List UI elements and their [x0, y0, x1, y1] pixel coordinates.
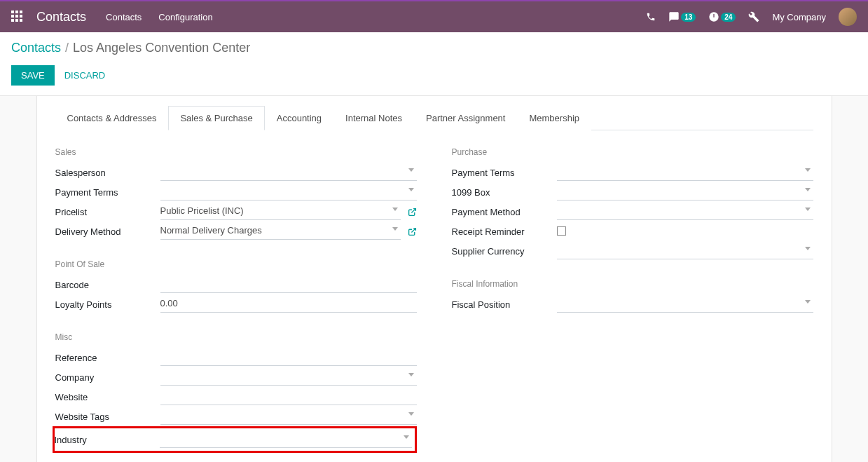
discard-button[interactable]: DISCARD	[64, 70, 106, 81]
field-reference[interactable]	[160, 349, 417, 366]
label-1099-box: 1099 Box	[452, 187, 557, 198]
label-salesperson: Salesperson	[55, 168, 160, 178]
tab-membership[interactable]: Membership	[517, 106, 591, 130]
tabs: Contacts & Addresses Sales & Purchase Ac…	[55, 106, 813, 130]
field-receipt-reminder[interactable]	[557, 223, 813, 240]
tab-accounting[interactable]: Accounting	[265, 106, 333, 130]
section-fiscal: Fiscal Information Fiscal Position	[452, 279, 813, 314]
label-delivery-method: Delivery Method	[55, 226, 160, 237]
section-sales: Sales Salesperson Payment Terms Pricelis…	[55, 147, 417, 241]
tab-sales-purchase[interactable]: Sales & Purchase	[168, 106, 264, 130]
menu-configuration[interactable]: Configuration	[158, 12, 212, 22]
debug-icon[interactable]	[748, 11, 759, 22]
tab-partner-assignment[interactable]: Partner Assignment	[414, 106, 517, 130]
chevron-down-icon	[408, 188, 414, 191]
section-title-fiscal: Fiscal Information	[452, 279, 813, 289]
breadcrumb-current: Los Angeles Convention Center	[73, 41, 250, 55]
field-company[interactable]	[160, 369, 417, 386]
label-pricelist: Pricelist	[55, 207, 160, 217]
field-industry[interactable]	[160, 431, 412, 448]
section-title-purchase: Purchase	[452, 147, 813, 157]
field-salesperson[interactable]	[160, 164, 417, 181]
messages-badge: 13	[681, 13, 696, 22]
breadcrumb: Contacts / Los Angeles Convention Center	[11, 41, 857, 55]
label-supplier-currency: Supplier Currency	[452, 246, 557, 257]
menu-contacts[interactable]: Contacts	[106, 12, 142, 22]
section-title-misc: Misc	[55, 332, 417, 342]
external-link-icon[interactable]	[408, 227, 417, 236]
user-avatar[interactable]	[839, 8, 857, 26]
label-reference: Reference	[55, 353, 160, 363]
field-barcode[interactable]	[160, 276, 417, 293]
section-title-pos: Point Of Sale	[55, 259, 417, 269]
checkbox-receipt-reminder[interactable]	[557, 226, 566, 236]
app-brand[interactable]: Contacts	[36, 10, 86, 25]
company-name[interactable]: My Company	[772, 12, 826, 22]
external-link-icon[interactable]	[408, 208, 417, 217]
label-payment-terms: Payment Terms	[55, 187, 160, 198]
field-pricelist[interactable]: Public Pricelist (INC)	[160, 203, 401, 220]
label-website-tags: Website Tags	[55, 412, 160, 422]
tab-contacts-addresses[interactable]: Contacts & Addresses	[55, 106, 169, 130]
section-pos: Point Of Sale Barcode Loyalty Points 0.0…	[55, 259, 417, 314]
chevron-down-icon	[805, 188, 811, 191]
messages-icon[interactable]: 13	[668, 11, 696, 22]
chevron-down-icon	[408, 373, 414, 376]
highlight-industry: Industry	[53, 426, 417, 453]
chevron-down-icon	[404, 435, 409, 439]
label-receipt-reminder: Receipt Reminder	[452, 226, 557, 237]
chevron-down-icon	[805, 247, 811, 250]
label-industry: Industry	[55, 435, 160, 445]
label-company: Company	[55, 372, 160, 383]
chevron-down-icon	[805, 300, 811, 304]
field-loyalty-points[interactable]: 0.00	[160, 296, 417, 313]
breadcrumb-root[interactable]: Contacts	[11, 41, 61, 55]
activities-badge: 24	[721, 13, 736, 22]
field-1099-box[interactable]	[557, 184, 813, 201]
chevron-down-icon	[805, 168, 811, 172]
form-sheet: Contacts & Addresses Sales & Purchase Ac…	[36, 96, 832, 462]
field-website-tags[interactable]	[160, 408, 417, 425]
field-website[interactable]	[160, 388, 417, 405]
chevron-down-icon	[408, 168, 414, 172]
chevron-down-icon	[392, 227, 398, 231]
field-purchase-payment-terms[interactable]	[557, 164, 813, 181]
chevron-down-icon	[805, 208, 811, 211]
field-payment-method[interactable]	[557, 203, 813, 220]
section-misc: Misc Reference Company Website Websi	[55, 332, 417, 453]
field-delivery-method[interactable]: Normal Delivery Charges	[160, 223, 401, 240]
page-header: Contacts / Los Angeles Convention Center…	[0, 32, 868, 96]
label-fiscal-position: Fiscal Position	[452, 299, 557, 310]
save-button[interactable]: SAVE	[11, 65, 55, 86]
label-barcode: Barcode	[55, 280, 160, 290]
section-purchase: Purchase Payment Terms 1099 Box Payment …	[452, 147, 813, 261]
label-purchase-payment-terms: Payment Terms	[452, 168, 557, 178]
apps-icon[interactable]	[11, 11, 24, 23]
chevron-down-icon	[392, 208, 398, 211]
label-website: Website	[55, 392, 160, 402]
label-payment-method: Payment Method	[452, 207, 557, 217]
phone-icon[interactable]	[646, 12, 656, 22]
top-navbar: Contacts Contacts Configuration 13 24 My…	[0, 0, 868, 32]
section-title-sales: Sales	[55, 147, 417, 157]
field-supplier-currency[interactable]	[557, 243, 813, 259]
field-payment-terms-sales[interactable]	[160, 184, 417, 201]
field-fiscal-position[interactable]	[557, 296, 813, 313]
tab-internal-notes[interactable]: Internal Notes	[333, 106, 414, 130]
label-loyalty-points: Loyalty Points	[55, 299, 160, 310]
chevron-down-icon	[408, 412, 414, 416]
activities-icon[interactable]: 24	[708, 11, 736, 22]
